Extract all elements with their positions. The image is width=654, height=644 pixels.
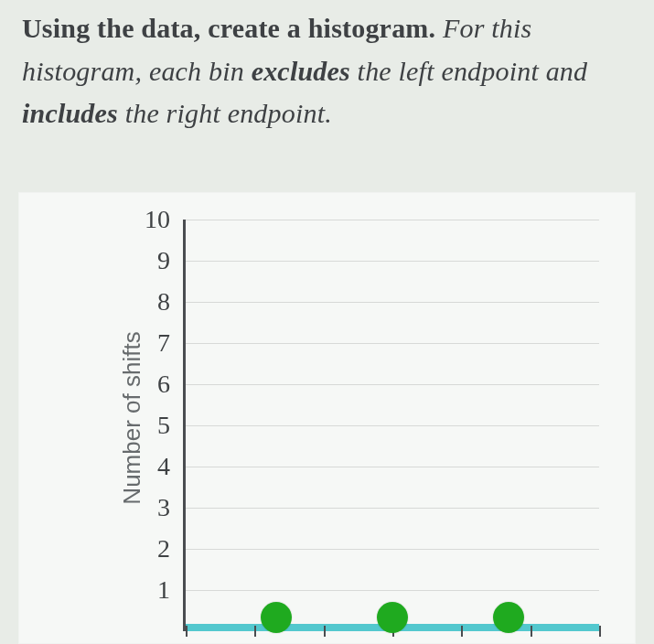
gridline (186, 220, 599, 220)
x-tick (531, 626, 532, 637)
gridline (186, 261, 599, 262)
instruction-part3: the right endpoint. (118, 98, 332, 128)
gridline (186, 302, 599, 303)
y-tick-label: 7 (124, 328, 170, 358)
gridline (186, 425, 599, 426)
instruction-excludes: excludes (252, 56, 350, 86)
gridline (186, 343, 599, 344)
bar-handle-2[interactable] (377, 602, 408, 633)
y-tick-label: 9 (124, 246, 170, 275)
x-tick (599, 626, 601, 637)
y-tick-label: 6 (124, 370, 170, 399)
gridline (186, 508, 599, 509)
y-tick-label: 3 (124, 493, 170, 522)
chart-card: Number of shifts 12345678910 (18, 192, 636, 644)
y-tick-label: 10 (124, 205, 170, 234)
gridline (186, 549, 599, 550)
y-tick-label: 4 (124, 452, 170, 481)
x-tick (324, 626, 326, 637)
x-tick (461, 626, 463, 637)
bar-handle-3[interactable] (493, 602, 524, 633)
gridline (186, 467, 599, 467)
instruction-lead: Using the data, create a histogram. (22, 13, 435, 43)
gridlines (186, 220, 599, 631)
x-tick (254, 626, 256, 637)
gridline (186, 590, 599, 591)
y-tick-label: 5 (124, 411, 170, 440)
y-tick-label: 1 (124, 575, 170, 605)
instruction-includes: includes (22, 98, 118, 128)
y-tick-label: 8 (124, 287, 170, 317)
y-tick-label: 2 (124, 534, 170, 564)
x-tick (186, 626, 188, 637)
instruction-part2: the left endpoint and (350, 56, 587, 86)
bar-handle-1[interactable] (261, 602, 292, 633)
instruction-text: Using the data, create a histogram. For … (22, 7, 632, 135)
gridline (186, 384, 599, 385)
plot-area: 12345678910 (183, 220, 599, 631)
